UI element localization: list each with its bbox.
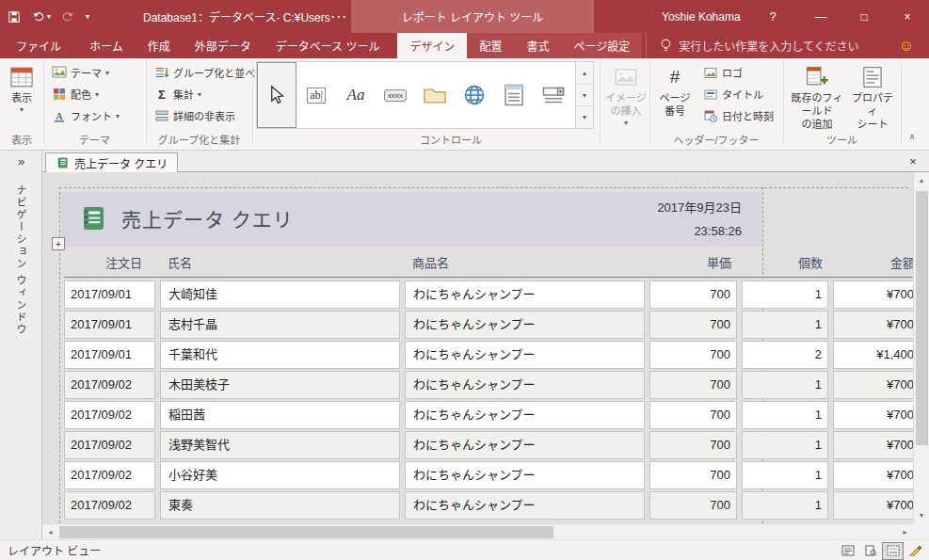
page-number-button[interactable]: # ページ 番号 <box>653 60 697 132</box>
minimize-button[interactable]: — <box>799 0 842 33</box>
column-header-name[interactable]: 氏名 <box>160 252 400 275</box>
horizontal-scroll-thumb[interactable] <box>59 526 553 538</box>
report-header-band[interactable]: 売上データ クエリ 2017年9月23日 23:58:26 <box>61 192 761 247</box>
report-logo-icon[interactable] <box>78 204 106 235</box>
tab-database-tools[interactable]: データベース ツール <box>264 33 392 58</box>
report-cell[interactable]: わにちゃんシャンプー <box>405 311 645 339</box>
report-layout-canvas[interactable]: 売上データ クエリ 2017年9月23日 23:58:26 + 注文日 氏名 商… <box>42 172 913 523</box>
report-cell[interactable]: わにちゃんシャンプー <box>405 431 645 459</box>
report-cell[interactable]: わにちゃんシャンプー <box>405 371 645 399</box>
report-title[interactable]: 売上データ クエリ <box>121 204 294 232</box>
report-cell[interactable]: 小谷好美 <box>160 461 400 489</box>
report-cell[interactable]: 志村千晶 <box>160 311 400 339</box>
report-cell[interactable]: 700 <box>649 371 737 399</box>
view-button[interactable]: 表示 ▾ <box>4 60 40 132</box>
gallery-up-icon[interactable]: ▴ <box>576 62 593 85</box>
totals-button[interactable]: Σ 集計 ▾ <box>152 84 204 104</box>
customize-qat-icon[interactable]: ▾ <box>86 13 89 21</box>
vertical-scrollbar[interactable]: ▴ ▾ <box>913 172 929 523</box>
horizontal-scrollbar[interactable]: ◂ ▸ <box>42 523 913 539</box>
report-cell[interactable]: 2017/09/02 <box>64 401 155 429</box>
hide-details-button[interactable]: 詳細の非表示 <box>152 105 238 126</box>
report-cell[interactable]: ¥1,400 <box>833 341 913 369</box>
tab-home[interactable]: ホーム <box>77 33 136 58</box>
report-cell[interactable]: 1 <box>742 401 828 429</box>
scroll-right-icon[interactable]: ▸ <box>897 524 913 539</box>
design-view-button[interactable] <box>905 542 926 560</box>
tab-file[interactable]: ファイル <box>0 33 77 58</box>
report-datetime[interactable]: 2017年9月23日 23:58:26 <box>657 197 742 244</box>
report-cell[interactable]: 千葉和代 <box>160 341 400 369</box>
close-button[interactable]: × <box>886 0 929 33</box>
hyperlink-control-button[interactable] <box>455 62 494 128</box>
report-cell[interactable]: ¥700 <box>833 401 913 429</box>
report-cell[interactable]: 700 <box>649 311 737 339</box>
report-cell[interactable]: 700 <box>649 491 737 520</box>
report-cell[interactable]: 700 <box>649 280 737 309</box>
report-cell[interactable]: 2017/09/02 <box>64 491 155 520</box>
button-control-button[interactable]: xxxx <box>376 62 415 128</box>
print-preview-button[interactable] <box>859 542 881 560</box>
help-button[interactable]: ? <box>759 0 787 33</box>
gallery-down-icon[interactable]: ▾ <box>576 85 593 107</box>
add-existing-fields-button[interactable]: 既存のフィールド の追加 <box>789 60 845 132</box>
report-cell[interactable]: 2017/09/02 <box>64 371 155 399</box>
report-cell[interactable]: 1 <box>742 371 828 399</box>
collapse-ribbon-icon[interactable]: ∧ <box>904 130 921 143</box>
tell-me-box[interactable]: 実行したい作業を入力してください <box>646 33 872 58</box>
report-view-button[interactable] <box>837 542 858 560</box>
undo-dropdown-icon[interactable]: ▾ <box>47 13 51 21</box>
report-cell[interactable]: 1 <box>742 491 828 520</box>
date-time-button[interactable]: 日付と時刻 <box>700 105 777 126</box>
column-header-quantity[interactable]: 個数 <box>742 252 828 275</box>
expand-nav-pane-icon[interactable]: » <box>0 152 42 169</box>
report-cell[interactable]: 2017/09/01 <box>64 280 155 309</box>
report-cell[interactable]: 2017/09/02 <box>64 461 155 489</box>
tab-external-data[interactable]: 外部データ <box>183 33 264 58</box>
report-cell[interactable]: ¥700 <box>833 431 913 459</box>
report-cell[interactable]: 2017/09/01 <box>64 341 155 369</box>
textbox-control-button[interactable]: ab| <box>296 62 336 128</box>
tab-design[interactable]: デザイン <box>397 33 467 58</box>
report-cell[interactable]: ¥700 <box>833 311 913 339</box>
report-cell[interactable]: 木田美枝子 <box>160 371 400 399</box>
close-document-icon[interactable]: × <box>904 151 922 172</box>
label-control-button[interactable]: Aa <box>336 62 376 128</box>
report-cell[interactable]: 2017/09/01 <box>64 311 155 339</box>
report-cell[interactable]: 東奏 <box>160 491 400 520</box>
report-date[interactable]: 2017年9月23日 <box>657 197 742 219</box>
column-header-unit-price[interactable]: 単価 <box>649 252 737 275</box>
report-cell[interactable]: 2017/09/02 <box>64 431 155 459</box>
report-cell[interactable]: 1 <box>742 431 828 459</box>
vertical-scroll-thumb[interactable] <box>916 191 928 445</box>
layout-view-button[interactable] <box>882 542 904 560</box>
report-cell[interactable]: 700 <box>649 341 737 369</box>
logo-button[interactable]: ロゴ <box>700 62 745 83</box>
select-pointer-tool[interactable] <box>257 62 296 128</box>
report-cell[interactable]: 700 <box>649 461 737 489</box>
tab-create[interactable]: 作成 <box>136 33 183 58</box>
report-cell[interactable]: 700 <box>649 401 737 429</box>
scroll-up-icon[interactable]: ▴ <box>914 172 929 188</box>
tab-control-button[interactable] <box>415 62 455 128</box>
themes-button[interactable]: テーマ ▾ <box>49 62 112 83</box>
listbox-control-button[interactable] <box>494 62 534 128</box>
layout-selector-handle[interactable]: + <box>52 237 65 250</box>
report-cell[interactable]: 浅野美智代 <box>160 431 400 459</box>
column-header-order-date[interactable]: 注文日 <box>64 252 155 275</box>
report-cell[interactable]: 1 <box>742 280 828 309</box>
navigation-pane-collapsed[interactable]: » ナビゲーション ウィンドウ <box>0 151 42 539</box>
column-header-product[interactable]: 商品名 <box>405 252 645 275</box>
report-cell[interactable]: わにちゃんシャンプー <box>405 401 645 429</box>
undo-button[interactable]: ▾ <box>31 10 51 24</box>
save-button[interactable] <box>8 10 21 24</box>
tab-format[interactable]: 書式 <box>514 33 561 58</box>
gallery-more-icon[interactable]: ▾ <box>576 106 593 128</box>
scroll-down-icon[interactable]: ▾ <box>914 507 929 523</box>
combobox-control-button[interactable] <box>534 62 573 128</box>
scroll-left-icon[interactable]: ◂ <box>42 524 58 539</box>
report-cell[interactable]: わにちゃんシャンプー <box>405 280 645 309</box>
report-cell[interactable]: わにちゃんシャンプー <box>405 461 645 489</box>
report-cell[interactable]: 2 <box>742 341 828 369</box>
fonts-button[interactable]: A フォント ▾ <box>49 105 122 126</box>
